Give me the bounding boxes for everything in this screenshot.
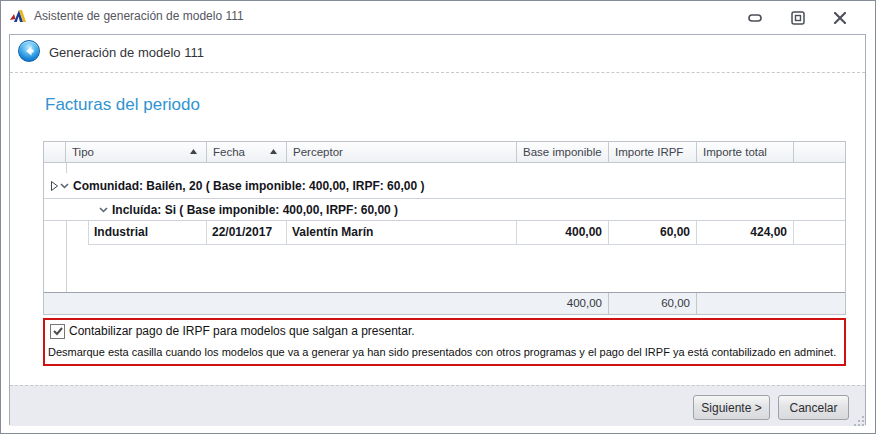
close-icon (833, 12, 847, 24)
cell-irpf[interactable]: 60,00 (609, 221, 697, 245)
column-header-total[interactable]: Importe total (697, 142, 794, 163)
cancel-button[interactable]: Cancelar (778, 395, 849, 420)
minimize-button[interactable] (744, 9, 766, 27)
app-logo-icon (9, 8, 29, 26)
page-title: Generación de modelo 111 (49, 45, 204, 60)
cell-base[interactable]: 400,00 (517, 221, 609, 245)
summary-irpf: 60,00 (609, 293, 697, 315)
window-title: Asistente de generación de modelo 111 (34, 9, 244, 23)
grid-header-row: Tipo Fecha Perceptor Base imponible Impo… (44, 142, 845, 163)
next-button[interactable]: Siguiente > (693, 395, 770, 420)
current-row-indicator-icon (51, 181, 58, 191)
sort-asc-icon (270, 149, 277, 154)
maximize-icon (791, 11, 805, 25)
group-label-incluida: Incluída: Si ( Base imponible: 400,00, I… (112, 199, 398, 221)
checkmark-icon (53, 327, 63, 336)
back-button[interactable] (18, 40, 40, 62)
back-arrow-icon (23, 45, 35, 57)
resize-grip-icon (853, 415, 865, 427)
wizard-window: Asistente de generación de modelo 111 Ge… (0, 0, 876, 434)
column-header-irpf[interactable]: Importe IRPF (609, 142, 697, 163)
column-header-tipo[interactable]: Tipo (66, 142, 207, 163)
notice-description: Desmarque esta casilla cuando los modelo… (48, 346, 844, 358)
column-header-empty (794, 142, 845, 163)
sort-asc-icon (190, 149, 197, 154)
titlebar: Asistente de generación de modelo 111 (1, 1, 875, 34)
chevron-down-icon[interactable] (60, 183, 69, 189)
row-indicator-header (44, 142, 66, 163)
maximize-button[interactable] (787, 9, 809, 27)
resize-grip[interactable] (853, 413, 865, 425)
invoices-grid: Tipo Fecha Perceptor Base imponible Impo… (43, 141, 846, 315)
group-row-incluida[interactable]: Incluída: Si ( Base imponible: 400,00, I… (44, 199, 845, 221)
section-title: Facturas del periodo (45, 95, 200, 115)
summary-base: 400,00 (517, 293, 609, 315)
cell-tipo[interactable]: Industrial (88, 221, 207, 245)
cell-empty (794, 221, 845, 245)
header-separator (10, 72, 865, 73)
column-header-perceptor[interactable]: Perceptor (287, 142, 517, 163)
group-label-comunidad: Comunidad: Bailén, 20 ( Base imponible: … (73, 173, 424, 199)
summary-row: 400,00 60,00 (44, 292, 845, 314)
close-button[interactable] (829, 9, 851, 27)
contabilizar-checkbox[interactable] (50, 324, 65, 339)
chevron-down-icon[interactable] (99, 207, 108, 213)
cell-perceptor[interactable]: Valentín Marín (287, 221, 517, 245)
minimize-icon (748, 14, 762, 22)
irpf-notice-box: Contabilizar pago de IRPF para modelos q… (43, 318, 846, 366)
cell-total[interactable]: 424,00 (697, 221, 794, 245)
contabilizar-label[interactable]: Contabilizar pago de IRPF para modelos q… (69, 324, 415, 338)
column-header-base[interactable]: Base imponible (517, 142, 609, 163)
cell-fecha[interactable]: 22/01/2017 (207, 221, 287, 245)
group-row-comunidad[interactable]: Comunidad: Bailén, 20 ( Base imponible: … (44, 173, 845, 199)
